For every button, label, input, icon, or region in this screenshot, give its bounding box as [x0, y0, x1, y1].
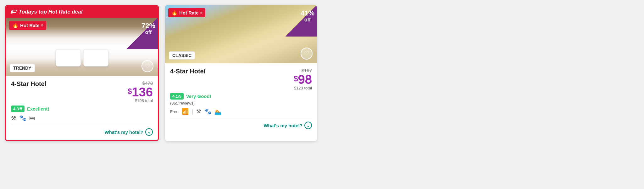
- discount-badge-left: 72%off: [126, 18, 158, 49]
- pillow-area: [56, 49, 108, 66]
- amenity-tools-icon: ⚒: [11, 115, 16, 122]
- amenity-pets-icon: 🐾: [19, 115, 26, 122]
- bottom-row-right: What's my hotel? ⌄: [170, 118, 312, 129]
- amenities-row-left: ⚒ 🐾 🛏: [11, 115, 153, 122]
- rating-label-right: Very Good!: [186, 94, 211, 99]
- pillow: [56, 49, 81, 66]
- favorite-button-right[interactable]: ♡: [301, 48, 313, 60]
- hotel-card-left: 🏷 Todays top Hot Rate deal 🔥 Hot Rate® 7…: [5, 5, 159, 141]
- circle-check-icon-left: ⌄: [145, 128, 153, 136]
- flame-icon: 🔥: [12, 22, 19, 28]
- amenity-pool-icon-right: 🏊: [214, 108, 221, 115]
- category-badge-right: CLASSIC: [169, 51, 195, 60]
- dollar-sign-right: $: [294, 75, 298, 83]
- rating-row-right: 4.1/5 Very Good!: [170, 93, 312, 100]
- total-price-left: $198 total: [128, 98, 153, 103]
- rating-badge-left: 4.3/5: [11, 106, 25, 112]
- amenity-bed-icon: 🛏: [29, 115, 35, 122]
- bottom-row-left: What's my hotel? ⌄: [11, 125, 153, 136]
- hot-rate-label-left: Hot Rate: [20, 23, 40, 28]
- discount-text-right: 41%off: [301, 9, 314, 23]
- discount-badge-right: 41%off: [286, 5, 317, 37]
- price-area-right: $167 $98 $123 total: [294, 68, 312, 90]
- reg-mark: ®: [41, 24, 43, 27]
- current-price-left: $136: [128, 86, 153, 98]
- reg-mark-right: ®: [200, 11, 203, 14]
- hotel-info-row-right: 4-Star Hotel $167 $98 $123 total: [170, 68, 312, 90]
- hotel-card-right: 🔥 Hot Rate® 41%off ♡ CLASSIC 4-Star Hote…: [165, 5, 317, 141]
- whats-my-hotel-right[interactable]: What's my hotel? ⌄: [264, 122, 312, 129]
- hot-rate-badge-right: 🔥 Hot Rate®: [168, 8, 205, 17]
- hotel-info-row-left: 4-Star Hotel $478 $136 $198 total: [11, 80, 153, 103]
- discount-text-left: 72%off: [142, 22, 155, 35]
- promo-banner-text: Todays top Hot Rate deal: [19, 9, 82, 15]
- hotel-name-left: 4-Star Hotel: [11, 80, 46, 88]
- wifi-icon: 📶: [182, 108, 189, 115]
- rating-badge-right: 4.1/5: [170, 93, 184, 100]
- category-badge-left: TRENDY: [10, 64, 35, 72]
- card-body-left: 4-Star Hotel $478 $136 $198 total 4.3/5 …: [6, 76, 158, 140]
- total-price-right: $123 total: [294, 86, 312, 90]
- circle-check-icon-right: ⌄: [304, 122, 312, 129]
- favorite-button-left[interactable]: ♡: [142, 60, 153, 72]
- hotel-image-right: 🔥 Hot Rate® 41%off ♡ CLASSIC: [165, 5, 317, 63]
- hotel-image-left: 🔥 Hot Rate® 72%off ♡ TRENDY: [6, 18, 158, 76]
- amenities-row-right: Free 📶 | ⚒ 🐾 🏊: [170, 108, 312, 115]
- dollar-sign-left: $: [128, 88, 132, 95]
- pillow: [83, 49, 108, 66]
- tag-icon: 🏷: [10, 9, 16, 15]
- amenity-pets-icon-right: 🐾: [204, 108, 211, 115]
- amenity-tools-icon-right: ⚒: [196, 108, 201, 115]
- rating-label-left: Excellent!: [27, 106, 49, 112]
- free-wifi-label: Free: [170, 109, 179, 114]
- price-area-left: $478 $136 $198 total: [128, 80, 153, 103]
- hotel-name-right: 4-Star Hotel: [170, 68, 205, 75]
- card-body-right: 4-Star Hotel $167 $98 $123 total 4.1/5 V…: [165, 63, 317, 134]
- amenities-divider: |: [192, 108, 193, 115]
- rating-row-left: 4.3/5 Excellent!: [11, 106, 153, 112]
- whats-my-hotel-left[interactable]: What's my hotel? ⌄: [104, 128, 153, 136]
- flame-icon-right: 🔥: [171, 10, 178, 16]
- reviews-text-right: (865 reviews): [170, 101, 312, 106]
- hot-rate-badge-left: 🔥 Hot Rate®: [9, 21, 46, 30]
- current-price-right: $98: [294, 73, 312, 86]
- hot-rate-label-right: Hot Rate: [179, 10, 199, 15]
- promo-banner: 🏷 Todays top Hot Rate deal: [6, 6, 158, 18]
